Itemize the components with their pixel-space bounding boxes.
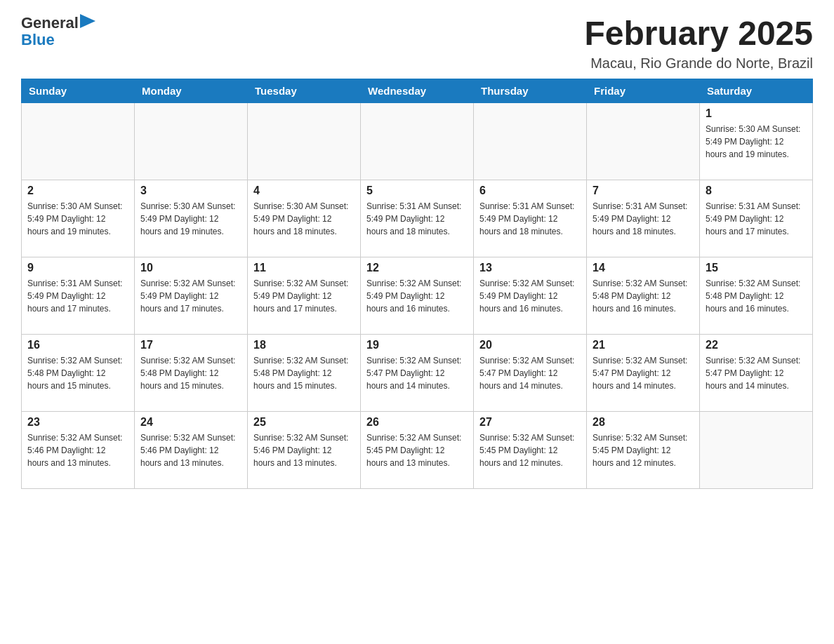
day-info: Sunrise: 5:31 AM Sunset: 5:49 PM Dayligh…: [366, 200, 468, 238]
page-subtitle: Macau, Rio Grande do Norte, Brazil: [584, 55, 813, 72]
day-info: Sunrise: 5:32 AM Sunset: 5:49 PM Dayligh…: [479, 277, 581, 315]
day-info: Sunrise: 5:32 AM Sunset: 5:47 PM Dayligh…: [479, 354, 581, 392]
calendar-cell: [135, 103, 248, 180]
calendar-cell: [361, 103, 474, 180]
calendar-cell: 27Sunrise: 5:32 AM Sunset: 5:45 PM Dayli…: [474, 412, 587, 489]
day-info: Sunrise: 5:32 AM Sunset: 5:48 PM Dayligh…: [140, 354, 241, 392]
day-number: 27: [479, 416, 581, 429]
calendar-cell: 15Sunrise: 5:32 AM Sunset: 5:48 PM Dayli…: [700, 257, 813, 335]
calendar-cell: 4Sunrise: 5:30 AM Sunset: 5:49 PM Daylig…: [248, 180, 361, 257]
day-number: 24: [140, 416, 241, 429]
day-number: 4: [253, 185, 355, 197]
day-number: 16: [27, 339, 128, 351]
calendar-cell: 1Sunrise: 5:30 AM Sunset: 5:49 PM Daylig…: [700, 103, 813, 180]
calendar-cell: 10Sunrise: 5:32 AM Sunset: 5:49 PM Dayli…: [135, 257, 248, 335]
logo-arrow-icon: [80, 14, 95, 28]
calendar-cell: [22, 103, 135, 180]
page-header: General Blue February 2025 Macau, Rio Gr…: [21, 14, 813, 72]
day-number: 5: [366, 185, 468, 197]
calendar-cell: [474, 103, 587, 180]
day-info: Sunrise: 5:32 AM Sunset: 5:45 PM Dayligh…: [366, 431, 468, 469]
day-info: Sunrise: 5:30 AM Sunset: 5:49 PM Dayligh…: [140, 200, 241, 238]
day-info: Sunrise: 5:32 AM Sunset: 5:49 PM Dayligh…: [253, 277, 355, 315]
day-info: Sunrise: 5:32 AM Sunset: 5:47 PM Dayligh…: [593, 354, 694, 392]
calendar-cell: 16Sunrise: 5:32 AM Sunset: 5:48 PM Dayli…: [22, 335, 135, 412]
day-number: 18: [253, 339, 355, 351]
day-info: Sunrise: 5:31 AM Sunset: 5:49 PM Dayligh…: [27, 277, 128, 315]
weekday-header-saturday: Saturday: [700, 79, 813, 103]
day-number: 20: [479, 339, 581, 351]
day-info: Sunrise: 5:32 AM Sunset: 5:47 PM Dayligh…: [366, 354, 468, 392]
calendar-cell: 23Sunrise: 5:32 AM Sunset: 5:46 PM Dayli…: [22, 412, 135, 489]
logo-general: General: [21, 14, 79, 32]
day-number: 9: [27, 262, 128, 274]
calendar-cell: [587, 103, 700, 180]
week-row-2: 2Sunrise: 5:30 AM Sunset: 5:49 PM Daylig…: [22, 180, 813, 257]
day-info: Sunrise: 5:32 AM Sunset: 5:45 PM Dayligh…: [479, 431, 581, 469]
day-info: Sunrise: 5:31 AM Sunset: 5:49 PM Dayligh…: [593, 200, 694, 238]
day-number: 23: [27, 416, 128, 429]
day-number: 10: [140, 262, 241, 274]
calendar-cell: 8Sunrise: 5:31 AM Sunset: 5:49 PM Daylig…: [700, 180, 813, 257]
day-info: Sunrise: 5:30 AM Sunset: 5:49 PM Dayligh…: [706, 123, 807, 161]
day-info: Sunrise: 5:32 AM Sunset: 5:47 PM Dayligh…: [706, 354, 807, 392]
calendar-cell: [700, 412, 813, 489]
calendar-cell: 22Sunrise: 5:32 AM Sunset: 5:47 PM Dayli…: [700, 335, 813, 412]
calendar-cell: 12Sunrise: 5:32 AM Sunset: 5:49 PM Dayli…: [361, 257, 474, 335]
weekday-header-monday: Monday: [135, 79, 248, 103]
svg-marker-0: [80, 14, 95, 28]
calendar-cell: 7Sunrise: 5:31 AM Sunset: 5:49 PM Daylig…: [587, 180, 700, 257]
calendar-cell: 9Sunrise: 5:31 AM Sunset: 5:49 PM Daylig…: [22, 257, 135, 335]
calendar-cell: 18Sunrise: 5:32 AM Sunset: 5:48 PM Dayli…: [248, 335, 361, 412]
day-number: 19: [366, 339, 468, 351]
day-number: 22: [706, 339, 807, 351]
day-info: Sunrise: 5:32 AM Sunset: 5:46 PM Dayligh…: [140, 431, 241, 469]
calendar-cell: 20Sunrise: 5:32 AM Sunset: 5:47 PM Dayli…: [474, 335, 587, 412]
week-row-1: 1Sunrise: 5:30 AM Sunset: 5:49 PM Daylig…: [22, 103, 813, 180]
page-title: February 2025: [584, 14, 813, 53]
calendar-cell: 25Sunrise: 5:32 AM Sunset: 5:46 PM Dayli…: [248, 412, 361, 489]
logo-blue: Blue: [21, 31, 55, 49]
week-row-5: 23Sunrise: 5:32 AM Sunset: 5:46 PM Dayli…: [22, 412, 813, 489]
day-info: Sunrise: 5:31 AM Sunset: 5:49 PM Dayligh…: [706, 200, 807, 238]
calendar-cell: 21Sunrise: 5:32 AM Sunset: 5:47 PM Dayli…: [587, 335, 700, 412]
weekday-header-sunday: Sunday: [22, 79, 135, 103]
day-info: Sunrise: 5:32 AM Sunset: 5:48 PM Dayligh…: [593, 277, 694, 315]
calendar-cell: 2Sunrise: 5:30 AM Sunset: 5:49 PM Daylig…: [22, 180, 135, 257]
calendar-cell: 14Sunrise: 5:32 AM Sunset: 5:48 PM Dayli…: [587, 257, 700, 335]
day-number: 28: [593, 416, 694, 429]
weekday-header-friday: Friday: [587, 79, 700, 103]
calendar-cell: 3Sunrise: 5:30 AM Sunset: 5:49 PM Daylig…: [135, 180, 248, 257]
day-info: Sunrise: 5:32 AM Sunset: 5:46 PM Dayligh…: [27, 431, 128, 469]
day-number: 8: [706, 185, 807, 197]
calendar-cell: 17Sunrise: 5:32 AM Sunset: 5:48 PM Dayli…: [135, 335, 248, 412]
day-number: 13: [479, 262, 581, 274]
day-number: 1: [706, 107, 807, 120]
calendar-table: SundayMondayTuesdayWednesdayThursdayFrid…: [21, 79, 813, 489]
day-number: 7: [593, 185, 694, 197]
day-number: 26: [366, 416, 468, 429]
calendar-cell: 11Sunrise: 5:32 AM Sunset: 5:49 PM Dayli…: [248, 257, 361, 335]
logo: General Blue: [21, 14, 95, 49]
day-info: Sunrise: 5:32 AM Sunset: 5:49 PM Dayligh…: [140, 277, 241, 315]
calendar-cell: 5Sunrise: 5:31 AM Sunset: 5:49 PM Daylig…: [361, 180, 474, 257]
calendar-cell: 28Sunrise: 5:32 AM Sunset: 5:45 PM Dayli…: [587, 412, 700, 489]
week-row-4: 16Sunrise: 5:32 AM Sunset: 5:48 PM Dayli…: [22, 335, 813, 412]
weekday-header-wednesday: Wednesday: [361, 79, 474, 103]
day-info: Sunrise: 5:32 AM Sunset: 5:48 PM Dayligh…: [706, 277, 807, 315]
day-number: 15: [706, 262, 807, 274]
day-info: Sunrise: 5:31 AM Sunset: 5:49 PM Dayligh…: [479, 200, 581, 238]
weekday-header-tuesday: Tuesday: [248, 79, 361, 103]
day-number: 17: [140, 339, 241, 351]
day-info: Sunrise: 5:30 AM Sunset: 5:49 PM Dayligh…: [253, 200, 355, 238]
day-number: 25: [253, 416, 355, 429]
day-info: Sunrise: 5:32 AM Sunset: 5:48 PM Dayligh…: [27, 354, 128, 392]
calendar-cell: 19Sunrise: 5:32 AM Sunset: 5:47 PM Dayli…: [361, 335, 474, 412]
day-info: Sunrise: 5:32 AM Sunset: 5:48 PM Dayligh…: [253, 354, 355, 392]
day-info: Sunrise: 5:32 AM Sunset: 5:49 PM Dayligh…: [366, 277, 468, 315]
title-section: February 2025 Macau, Rio Grande do Norte…: [584, 14, 813, 72]
day-info: Sunrise: 5:32 AM Sunset: 5:46 PM Dayligh…: [253, 431, 355, 469]
week-row-3: 9Sunrise: 5:31 AM Sunset: 5:49 PM Daylig…: [22, 257, 813, 335]
day-info: Sunrise: 5:30 AM Sunset: 5:49 PM Dayligh…: [27, 200, 128, 238]
day-info: Sunrise: 5:32 AM Sunset: 5:45 PM Dayligh…: [593, 431, 694, 469]
